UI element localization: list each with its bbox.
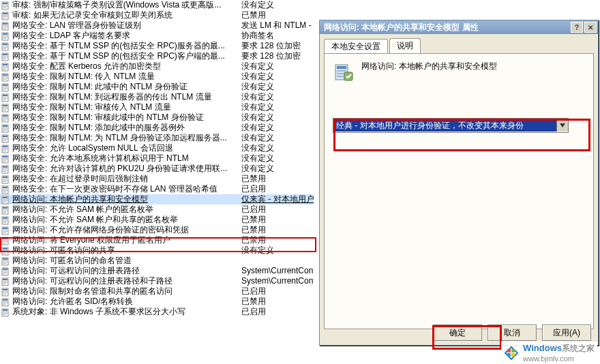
policy-row[interactable]: 网络安全: 限制 NTLM: 添加此域中的服务器例外没有定义 <box>0 123 314 133</box>
policy-name: 网络安全: 在超过登录时间后强制注销 <box>12 174 241 184</box>
policy-row[interactable]: 网络访问: 将 Everyone 权限应用于匿名用户已禁用 <box>0 235 314 245</box>
policy-row[interactable]: 网络安全: LDAP 客户端签名要求协商签名 <box>0 31 314 41</box>
policy-row[interactable]: 网络安全: 基于 NTLM SSP 的(包括安全 RPC)客户端的最...要求 … <box>0 51 314 61</box>
policy-value: System\CurrentContr <box>241 276 314 286</box>
svg-rect-77 <box>3 158 7 159</box>
policy-row[interactable]: 网络安全: 基于 NTLM SSP 的(包括安全 RPC)服务器的最...要求 … <box>0 41 314 51</box>
policy-row[interactable]: 网络访问: 可远程访问的注册表路径System\CurrentContr <box>0 266 314 276</box>
policy-row[interactable]: 网络访问: 可匿名访问的命名管道 <box>0 256 314 266</box>
policy-row[interactable]: 网络安全: 限制 NTLM: 审核传入 NTLM 流量没有定义 <box>0 102 314 112</box>
svg-rect-44 <box>3 89 6 90</box>
policy-row[interactable]: 网络访问: 可远程访问的注册表路径和子路径System\CurrentContr <box>0 276 314 286</box>
ok-button[interactable]: 确定 <box>433 324 482 341</box>
apply-button[interactable]: 应用(A) <box>542 324 591 341</box>
policy-name: 网络安全: 允许本地系统将计算机标识用于 NTLM <box>12 153 241 164</box>
policy-name: 网络安全: 限制 NTLM: 审核传入 NTLM 流量 <box>12 102 241 112</box>
policy-row[interactable]: 网络访问: 限制对命名管道和共享的匿名访问已启用 <box>0 286 314 297</box>
dropdown-arrow-icon[interactable] <box>556 119 568 132</box>
svg-rect-144 <box>3 294 6 294</box>
svg-rect-27 <box>3 56 7 57</box>
policy-row[interactable]: 网络访问: 不允许 SAM 帐户和共享的匿名枚举已禁用 <box>0 215 314 225</box>
policy-row[interactable]: 网络安全: 允许对该计算机的 PKU2U 身份验证请求使用联...没有定义 <box>0 164 314 174</box>
sharing-model-select[interactable]: 经典 - 对本地用户进行身份验证，不改变其本来身份 <box>333 118 569 133</box>
policy-value: 已禁用 <box>241 215 314 225</box>
svg-rect-62 <box>3 127 7 128</box>
tab-local-security[interactable]: 本地安全设置 <box>324 39 388 54</box>
policy-row[interactable]: 网络安全: 限制 NTLM: 到远程服务器的传出 NTLM 流量没有定义 <box>0 92 314 102</box>
policy-row[interactable]: 网络安全: 限制 NTLM: 此域中的 NTLM 身份验证没有定义 <box>0 82 314 92</box>
policy-name: 网络访问: 本地帐户的共享和安全模型 <box>12 194 241 204</box>
windows-logo-icon <box>504 346 519 361</box>
policy-row[interactable]: 网络访问: 允许匿名 SID/名称转换已禁用 <box>0 297 314 307</box>
svg-rect-126 <box>3 258 7 260</box>
svg-rect-51 <box>3 105 7 106</box>
policy-row[interactable]: 审核: 强制审核策略子类别设置(Windows Vista 或更高版...没有定… <box>0 0 314 10</box>
policy-row[interactable]: 网络安全: 允许 LocalSystem NULL 会话回退没有定义 <box>0 143 314 153</box>
policy-item-icon <box>1 277 11 286</box>
svg-rect-12 <box>3 25 7 26</box>
svg-rect-132 <box>3 271 7 271</box>
policy-value: 已禁用 <box>241 10 314 20</box>
policy-name: 网络安全: 限制 NTLM: 传入 NTLM 流量 <box>12 72 241 82</box>
svg-rect-152 <box>3 312 7 312</box>
svg-rect-139 <box>3 284 6 284</box>
policy-value: 已禁用 <box>241 225 314 235</box>
policy-value: 已禁用 <box>241 174 314 184</box>
policy-item-icon <box>1 82 11 92</box>
svg-rect-114 <box>3 232 6 233</box>
svg-rect-88 <box>3 180 7 181</box>
svg-rect-162 <box>511 349 515 352</box>
svg-rect-129 <box>3 263 6 264</box>
close-button[interactable]: ✕ <box>584 22 597 33</box>
tab-explain[interactable]: 说明 <box>389 38 421 53</box>
svg-rect-119 <box>3 243 6 243</box>
cancel-button[interactable]: 取消 <box>487 324 537 341</box>
policy-row[interactable]: 网络安全: 允许本地系统将计算机标识用于 NTLM没有定义 <box>0 153 314 164</box>
policy-list[interactable]: 审核: 强制审核策略子类别设置(Windows Vista 或更高版...没有定… <box>0 0 314 317</box>
policy-value: 要求 128 位加密 <box>241 51 314 61</box>
svg-rect-141 <box>3 289 7 290</box>
policy-row[interactable]: 网络安全: 限制 NTLM: 审核此域中的 NTLM 身份验证没有定义 <box>0 112 314 123</box>
svg-rect-111 <box>3 228 7 229</box>
policy-row[interactable]: 网络访问: 本地帐户的共享和安全模型仅来宾 - 对本地用户 <box>0 194 314 204</box>
svg-rect-94 <box>3 192 6 192</box>
svg-rect-2 <box>3 5 7 5</box>
policy-row[interactable]: 网络安全: 限制 NTLM: 传入 NTLM 流量没有定义 <box>0 72 314 82</box>
policy-name: 网络安全: 允许对该计算机的 PKU2U 身份验证请求使用联... <box>12 164 241 174</box>
policy-row[interactable]: 网络安全: 限制 NTLM: 为 NTLM 身份验证添加远程服务器...没有定义 <box>0 133 314 143</box>
policy-item-icon <box>1 195 11 204</box>
help-button[interactable]: ? <box>571 22 583 33</box>
policy-value: 没有定义 <box>241 164 314 174</box>
policy-row[interactable]: 网络访问: 不允许 SAM 帐户的匿名枚举已启用 <box>0 204 314 215</box>
dialog-titlebar[interactable]: 网络访问: 本地帐户的共享和安全模型 属性 ? ✕ <box>320 20 598 34</box>
policy-value: 没有定义 <box>241 0 314 10</box>
policy-name: 网络安全: LDAP 客户端签名要求 <box>12 31 241 41</box>
policy-value: 没有定义 <box>241 112 314 123</box>
policy-name: 网络访问: 可匿名访问的命名管道 <box>12 256 241 266</box>
svg-rect-67 <box>3 138 7 138</box>
svg-rect-38 <box>3 78 7 78</box>
svg-rect-121 <box>3 248 7 249</box>
svg-rect-43 <box>3 88 7 89</box>
policy-row[interactable]: 网络访问: 可匿名访问的共享没有定义 <box>0 245 314 256</box>
svg-rect-58 <box>3 119 7 119</box>
policy-row[interactable]: 网络安全: LAN 管理器身份验证级别发送 LM 和 NTLM - 如 <box>0 20 314 31</box>
policy-icon <box>333 61 355 82</box>
svg-rect-106 <box>3 217 7 219</box>
policy-item-icon <box>1 11 11 20</box>
svg-rect-157 <box>337 70 346 72</box>
policy-item-icon <box>1 134 11 143</box>
svg-rect-57 <box>3 117 7 118</box>
policy-row[interactable]: 网络安全: 配置 Kerberos 允许的加密类型没有定义 <box>0 61 314 72</box>
svg-rect-42 <box>3 87 7 87</box>
svg-rect-3 <box>3 6 7 7</box>
policy-item-icon <box>1 236 11 245</box>
policy-row[interactable]: 网络安全: 在下一次更改密码时不存储 LAN 管理器哈希值已启用 <box>0 184 314 194</box>
policy-row[interactable]: 审核: 如果无法记录安全审核则立即关闭系统已禁用 <box>0 10 314 20</box>
policy-row[interactable]: 网络访问: 不允许存储网络身份验证的密码和凭据已禁用 <box>0 225 314 235</box>
policy-row[interactable]: 网络安全: 在超过登录时间后强制注销已禁用 <box>0 174 314 184</box>
svg-rect-22 <box>3 46 7 46</box>
dialog-title: 网络访问: 本地帐户的共享和安全模型 属性 <box>324 22 569 33</box>
policy-name: 网络访问: 不允许 SAM 帐户和共享的匿名枚举 <box>12 215 241 225</box>
policy-row[interactable]: 系统对象: 非 Windows 子系统不要求区分大小写已启用 <box>0 307 314 317</box>
